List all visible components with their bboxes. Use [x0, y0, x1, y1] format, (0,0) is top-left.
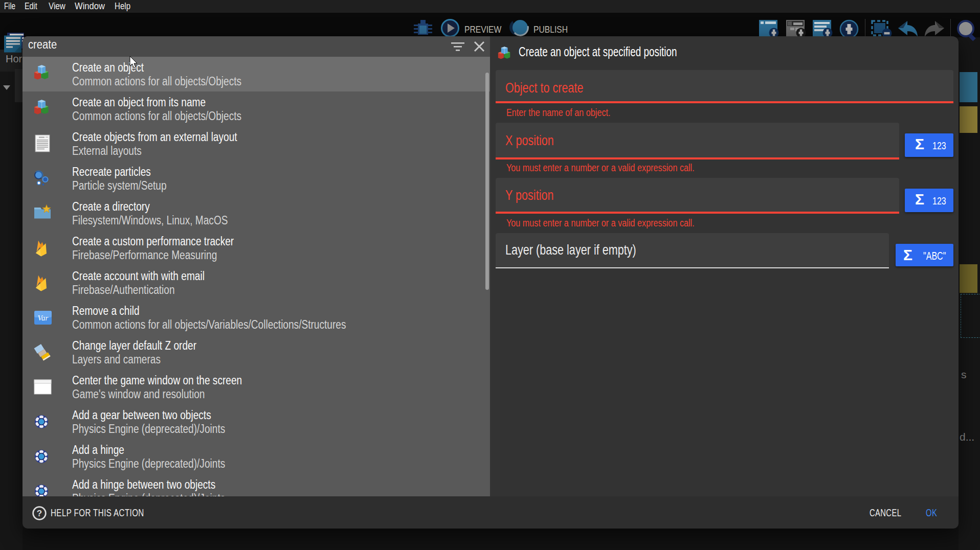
svg-text:Var: Var — [38, 314, 49, 322]
svg-text:?: ? — [37, 509, 42, 518]
